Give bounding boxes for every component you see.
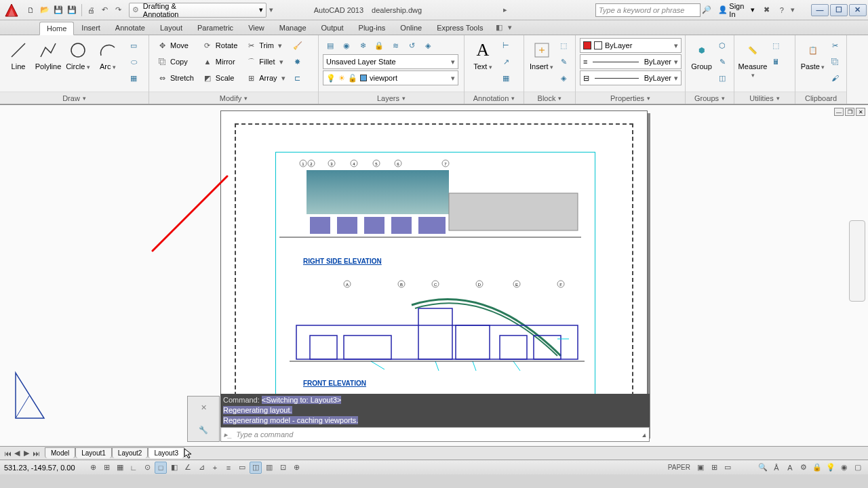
tpy-icon[interactable]: ▭ (236, 462, 248, 474)
saveas-icon[interactable]: 💾 (66, 4, 78, 16)
new-icon[interactable]: 🗋 (25, 4, 37, 16)
undo-icon[interactable]: ↶ (99, 4, 111, 16)
viewport[interactable]: 1 2 3 4 5 6 7 RIGHT SIDE ELEVATION (275, 152, 595, 396)
match-prop-icon[interactable]: 🖌 (827, 70, 842, 85)
ribbon-minimize-icon[interactable]: ▾ (508, 23, 512, 32)
workspace-dropdown[interactable]: ⚙ Drafting & Annotation ▾ (129, 3, 267, 18)
navigation-bar[interactable] (849, 220, 865, 302)
toolbar-lock-icon[interactable]: 🔒 (811, 462, 823, 474)
panel-block[interactable]: Block (524, 92, 575, 104)
table-icon[interactable]: ▦ (498, 70, 513, 85)
fillet-button[interactable]: ⌒Fillet▾ (242, 54, 288, 69)
maximize-button[interactable]: ☐ (830, 4, 848, 16)
command-recent-icon[interactable]: ▴ (642, 430, 646, 439)
ducs-icon[interactable]: ⊿ (195, 462, 208, 474)
qp-icon[interactable]: ◫ (250, 462, 262, 474)
infocenter-icon[interactable]: 🔎 (701, 3, 713, 17)
tab-output[interactable]: Output (314, 21, 351, 35)
infer-constraints-icon[interactable]: ⊕ (87, 462, 99, 474)
layer-dropdown[interactable]: 💡 ☀ 🔓 viewport▾ (323, 70, 458, 85)
offset-icon[interactable]: ⊏ (290, 70, 305, 85)
color-dropdown[interactable]: ByLayer▾ (580, 38, 682, 53)
space-label[interactable]: PAPER (665, 464, 693, 471)
panel-modify[interactable]: Modify (149, 92, 318, 104)
autoadd-scale-icon[interactable]: A (784, 462, 796, 474)
tab-insert[interactable]: Insert (74, 21, 108, 35)
close-button[interactable]: ✕ (849, 4, 867, 16)
copy-clip-icon[interactable]: ⿻ (827, 54, 842, 69)
stretch-button[interactable]: ⇔Stretch (153, 70, 197, 85)
tab-layout3[interactable]: Layout3 (148, 447, 184, 458)
tab-model[interactable]: Model (45, 447, 75, 458)
rotate-button[interactable]: ⟳Rotate (199, 38, 241, 53)
layout-next-icon[interactable]: ▶ (22, 449, 31, 458)
ungroup-icon[interactable]: ⬡ (715, 38, 730, 53)
minimize-button[interactable]: — (811, 4, 829, 16)
rectangle-icon[interactable]: ▭ (126, 38, 141, 53)
panel-properties[interactable]: Properties (576, 92, 685, 104)
layer-lock-icon[interactable]: 🔒 (372, 38, 387, 53)
group-select-icon[interactable]: ◫ (715, 70, 730, 85)
qat-more-icon[interactable]: ▾ (269, 5, 273, 14)
lwt-icon[interactable]: ≡ (222, 462, 235, 474)
leader-icon[interactable]: ↗ (498, 54, 513, 69)
panel-annotation[interactable]: Annotation (465, 92, 524, 104)
scale-button[interactable]: ◩Scale (199, 70, 241, 85)
ellipse-icon[interactable]: ⬭ (126, 54, 141, 69)
layer-state-dropdown[interactable]: Unsaved Layer State▾ (323, 54, 458, 69)
tab-manage[interactable]: Manage (272, 21, 314, 35)
paper-model-toggle[interactable]: ⊕ (290, 462, 302, 474)
exchange-icon[interactable]: ✖ (760, 3, 773, 17)
wrench-icon[interactable]: 🔧 (188, 419, 219, 441)
annovisibility-icon[interactable]: Å (770, 462, 783, 474)
osnap-icon[interactable]: □ (155, 462, 167, 474)
hatch-icon[interactable]: ▦ (126, 70, 141, 85)
insert-button[interactable]: Insert (528, 38, 555, 70)
tab-view[interactable]: View (241, 21, 272, 35)
arc-button[interactable]: Arc (94, 38, 122, 70)
app-logo[interactable] (1, 2, 22, 18)
layer-props-icon[interactable]: ▤ (323, 38, 338, 53)
group-edit-icon[interactable]: ✎ (715, 54, 730, 69)
quickview-drawings-icon[interactable]: ▭ (722, 462, 734, 474)
array-button[interactable]: ⊞Array▾ (242, 70, 288, 85)
open-icon[interactable]: 📂 (39, 4, 51, 16)
command-window[interactable]: Command: <Switching to: Layout3> Regener… (220, 394, 650, 442)
redo-icon[interactable]: ↷ (113, 4, 125, 16)
select-all-icon[interactable]: ⬚ (768, 38, 783, 53)
line-button[interactable]: Line (4, 38, 33, 70)
clean-screen-icon[interactable]: ▢ (852, 462, 864, 474)
otrack-icon[interactable]: ∠ (182, 462, 194, 474)
drawing-canvas[interactable]: — ❐ ✕ 1 2 3 4 5 6 7 (0, 104, 868, 460)
layer-iso-icon[interactable]: ◈ (420, 38, 435, 53)
tab-plugins[interactable]: Plug-ins (351, 21, 393, 35)
create-block-icon[interactable]: ⬚ (556, 38, 571, 53)
command-handle[interactable]: ✕ 🔧 (187, 396, 220, 442)
annoscale-icon[interactable]: 🔍 (757, 462, 769, 474)
doc-close-icon[interactable]: ✕ (856, 108, 865, 116)
tab-layout[interactable]: Layout (153, 21, 190, 35)
panel-draw[interactable]: Draw (0, 92, 149, 104)
tab-annotate[interactable]: Annotate (108, 21, 153, 35)
erase-icon[interactable]: 🧹 (290, 38, 305, 53)
layout-prev-icon[interactable]: ◀ (12, 449, 22, 458)
coordinates[interactable]: 531.23, -149.57, 0.00 (4, 464, 85, 472)
tab-online[interactable]: Online (393, 21, 429, 35)
dimension-icon[interactable]: ⊢ (498, 38, 513, 53)
tab-express[interactable]: Express Tools (429, 21, 490, 35)
panel-utilities[interactable]: Utilities (734, 92, 795, 104)
mirror-button[interactable]: ▲Mirror (199, 54, 241, 69)
cut-icon[interactable]: ✂ (827, 38, 842, 53)
signin-button[interactable]: 👤 Sign In ▾ (715, 2, 757, 18)
measure-button[interactable]: 📏Measure (738, 38, 767, 79)
model-paper-icon[interactable]: ▣ (694, 462, 707, 474)
polyline-button[interactable]: Polyline (34, 38, 62, 70)
layer-match-icon[interactable]: ≋ (388, 38, 403, 53)
layout-last-icon[interactable]: ⏭ (31, 449, 41, 458)
edit-block-icon[interactable]: ✎ (556, 54, 571, 69)
paste-button[interactable]: 📋Paste (800, 38, 826, 70)
sc-icon[interactable]: ▥ (263, 462, 275, 474)
quick-calc-icon[interactable]: 🖩 (768, 54, 783, 69)
linetype-dropdown[interactable]: ⊟ ByLayer▾ (580, 70, 682, 85)
isolate-icon[interactable]: ◉ (838, 462, 850, 474)
